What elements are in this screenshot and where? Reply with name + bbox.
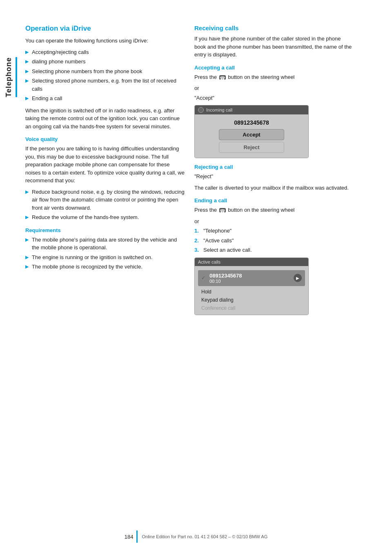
main-bullet-list: ▶ Accepting/rejecting calls ▶ dialing ph… bbox=[25, 48, 185, 103]
right-column: Receiving calls If you have the phone nu… bbox=[194, 25, 354, 539]
triangle-icon: ▶ bbox=[25, 95, 29, 102]
screen-header: Incoming call bbox=[195, 105, 308, 114]
conference-option[interactable]: Conference call bbox=[195, 304, 308, 312]
list-item: ▶ dialing phone numbers bbox=[25, 58, 185, 66]
triangle-icon: ▶ bbox=[25, 58, 29, 65]
triangle-icon: ▶ bbox=[25, 214, 29, 221]
active-call-time: 00:10 bbox=[209, 279, 291, 284]
rejecting-quote: "Reject" bbox=[194, 172, 354, 181]
requirements-bullet-list: ▶ The mobile phone's pairing data are st… bbox=[25, 236, 185, 271]
receiving-text: If you have the phone number of the call… bbox=[194, 35, 354, 59]
page-number: 184 bbox=[125, 534, 134, 540]
triangle-icon: ▶ bbox=[25, 188, 29, 195]
receiving-section: Receiving calls If you have the phone nu… bbox=[194, 25, 354, 59]
main-title: Operation via iDrive bbox=[25, 25, 185, 33]
accept-button[interactable]: Accept bbox=[219, 129, 284, 140]
content-area: Operation via iDrive You can operate the… bbox=[21, 25, 392, 539]
active-screen-body: ✓ 08912345678 00:10 ▶ Hold Keypad dialin… bbox=[195, 266, 308, 315]
active-phone-number: 08912345678 bbox=[209, 273, 291, 279]
active-screen-header: Active calls bbox=[195, 258, 308, 266]
triangle-icon: ▶ bbox=[25, 263, 29, 270]
list-item: 1. "Telephone" bbox=[194, 227, 354, 235]
list-item: 2. "Active calls" bbox=[194, 237, 354, 245]
rejecting-text: The caller is diverted to your mailbox i… bbox=[194, 184, 354, 192]
reject-button[interactable]: Reject bbox=[219, 142, 284, 153]
ending-title: Ending a call bbox=[194, 197, 354, 204]
phone-icon bbox=[219, 208, 226, 213]
active-call-row: ✓ 08912345678 00:10 ▶ bbox=[198, 270, 305, 286]
list-item: ▶ Reduce the volume of the hands-free sy… bbox=[25, 213, 185, 222]
rejecting-title: Rejecting a call bbox=[194, 164, 354, 170]
voice-quality-text: If the person you are talking to is havi… bbox=[25, 145, 185, 185]
active-calls-screen: Active calls ✓ 08912345678 00:10 ▶ Hold bbox=[194, 257, 309, 315]
incoming-call-screen: Incoming call 08912345678 Accept Reject bbox=[194, 105, 309, 158]
operation-section: Operation via iDrive You can operate the… bbox=[25, 25, 185, 130]
screen-header-label: Incoming call bbox=[206, 107, 232, 112]
rejecting-section: Rejecting a call "Reject" The caller is … bbox=[194, 164, 354, 192]
ending-steps-list: 1. "Telephone" 2. "Active calls" 3. Sele… bbox=[194, 227, 354, 254]
requirements-section: Requirements ▶ The mobile phone's pairin… bbox=[25, 227, 185, 271]
ending-or: or bbox=[194, 217, 354, 226]
active-call-info: 08912345678 00:10 bbox=[209, 273, 291, 284]
voice-quality-section: Voice quality If the person you are talk… bbox=[25, 136, 185, 222]
keypad-option[interactable]: Keypad dialing bbox=[195, 296, 308, 304]
footer-divider bbox=[136, 530, 138, 543]
accepting-title: Accepting a call bbox=[194, 65, 354, 71]
list-item: 3. Select an active call. bbox=[194, 246, 354, 254]
call-options-icon[interactable]: ▶ bbox=[294, 274, 302, 282]
list-item: ▶ The mobile phone's pairing data are st… bbox=[25, 236, 185, 252]
hold-option[interactable]: Hold bbox=[195, 288, 308, 296]
triangle-icon: ▶ bbox=[25, 77, 29, 84]
ending-press-text: Press the button on the steering wheel bbox=[194, 206, 354, 214]
accepting-section: Accepting a call Press the button on the… bbox=[194, 65, 354, 159]
accepting-quote: "Accept" bbox=[194, 94, 354, 102]
footer-copyright: Online Edition for Part no. 01 41 2 604 … bbox=[142, 534, 267, 539]
voice-bullet-list: ▶ Reduce background noise, e.g. by closi… bbox=[25, 188, 185, 222]
list-item: ▶ Reduce background noise, e.g. by closi… bbox=[25, 188, 185, 212]
checkmark-icon: ✓ bbox=[201, 275, 205, 281]
list-item: ▶ The engine is running or the ignition … bbox=[25, 253, 185, 262]
requirements-title: Requirements bbox=[25, 227, 185, 233]
accepting-press-text: Press the button on the steering wheel bbox=[194, 73, 354, 81]
intro-text: You can operate the following functions … bbox=[25, 37, 185, 45]
triangle-icon: ▶ bbox=[25, 49, 29, 56]
triangle-icon: ▶ bbox=[25, 236, 29, 243]
screen-icon bbox=[198, 107, 204, 113]
voice-quality-title: Voice quality bbox=[25, 136, 185, 142]
incoming-phone-number: 08912345678 bbox=[195, 118, 308, 129]
phone-icon bbox=[219, 75, 226, 80]
list-item: ▶ Selecting phone numbers from the phone… bbox=[25, 67, 185, 76]
sidebar-label: Telephone bbox=[4, 57, 17, 97]
list-item: ▶ Selecting stored phone numbers, e.g. f… bbox=[25, 77, 185, 93]
accepting-or: or bbox=[194, 84, 354, 92]
left-column: Operation via iDrive You can operate the… bbox=[25, 25, 185, 539]
triangle-icon: ▶ bbox=[25, 68, 29, 75]
screen-body: 08912345678 Accept Reject bbox=[195, 114, 308, 158]
list-item: ▶ Accepting/rejecting calls bbox=[25, 48, 185, 56]
ignition-text: When the ignition is switched off or in … bbox=[25, 107, 185, 131]
active-header-label: Active calls bbox=[198, 260, 220, 264]
receiving-title: Receiving calls bbox=[194, 25, 354, 31]
ending-section: Ending a call Press the button on the st… bbox=[194, 197, 354, 315]
list-item: ▶ Ending a call bbox=[25, 94, 185, 103]
list-item: ▶ The mobile phone is recognized by the … bbox=[25, 263, 185, 271]
triangle-icon: ▶ bbox=[25, 254, 29, 261]
footer: 184 Online Edition for Part no. 01 41 2 … bbox=[0, 530, 392, 543]
sidebar: Telephone bbox=[0, 25, 21, 539]
